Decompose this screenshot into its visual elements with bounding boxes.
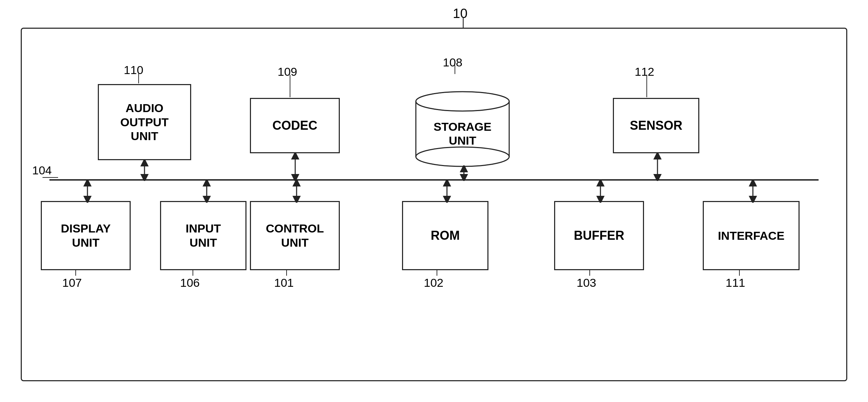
arrow-buffer-bus (596, 180, 605, 203)
bus-line (49, 179, 819, 181)
arrow-display-bus (83, 180, 92, 203)
arrow-audio-bus (140, 159, 149, 181)
storage-unit: STORAGE UNIT (412, 74, 513, 167)
arrow-rom-bus (443, 180, 451, 203)
svg-text:STORAGE: STORAGE (433, 120, 492, 133)
arrow-control-bus (292, 180, 301, 203)
ref-106: 106 (180, 276, 200, 290)
ref-101: 101 (274, 276, 294, 290)
codec-unit: CODEC (250, 98, 340, 153)
svg-point-4 (416, 147, 509, 166)
ref-103: 103 (577, 276, 596, 290)
ref-111: 111 (726, 276, 745, 290)
ref-110-line (136, 73, 143, 85)
rom-unit: ROM (402, 201, 488, 270)
main-diagram-box: 104 AUDIOOUTPUTUNIT 110 CODEC 109 (21, 28, 847, 381)
interface-unit: INTERFACE (703, 201, 800, 270)
arrow-codec-bus (291, 153, 299, 181)
page-container: 10 104 AUDIOOUTPUTUNIT 110 CODEC 109 (0, 0, 868, 402)
arrow-sensor-bus (653, 153, 662, 181)
ref-112-line (644, 75, 651, 99)
display-unit: DISPLAYUNIT (41, 201, 131, 270)
ref-111-line (737, 269, 744, 277)
arrow-interface-bus (749, 180, 757, 203)
ref-106-line (190, 269, 197, 277)
input-unit: INPUTUNIT (160, 201, 246, 270)
storage-cylinder: STORAGE UNIT (412, 74, 513, 167)
ref-103-line (587, 269, 594, 277)
ref-108-line (452, 65, 459, 76)
control-unit: CONTROLUNIT (250, 201, 340, 270)
sensor-unit: SENSOR (613, 98, 699, 153)
ref-107-line (73, 269, 80, 277)
arrow-input-bus (203, 180, 211, 203)
ref-107: 107 (62, 276, 82, 290)
ref-102: 102 (424, 276, 444, 290)
arrow-storage-bus (460, 165, 468, 181)
buffer-unit: BUFFER (554, 201, 644, 270)
ref-109-line (287, 75, 294, 99)
ref-101-line (284, 269, 291, 277)
svg-text:UNIT: UNIT (449, 134, 476, 147)
ref-102-line (434, 269, 441, 277)
audio-output-unit: AUDIOOUTPUTUNIT (98, 84, 191, 160)
